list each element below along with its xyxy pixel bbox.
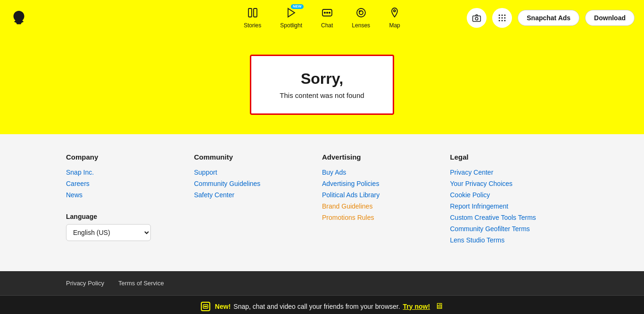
community-guidelines-link[interactable]: Community Guidelines xyxy=(194,180,322,187)
terms-of-service-link[interactable]: Terms of Service xyxy=(118,280,164,287)
advertising-title: Advertising xyxy=(322,153,450,161)
language-section: Language English (US) Español Français D… xyxy=(66,213,194,241)
map-icon xyxy=(389,7,400,20)
footer-columns: Company Snap Inc. Careers News Language … xyxy=(66,153,578,248)
footer-legal-col: Legal Privacy Center Your Privacy Choice… xyxy=(450,153,578,248)
buy-ads-link[interactable]: Buy Ads xyxy=(322,169,450,176)
snap-inc-link[interactable]: Snap Inc. xyxy=(66,169,194,176)
main-nav: Stories NEW Spotlight Chat xyxy=(244,7,400,29)
svg-point-5 xyxy=(326,12,327,13)
footer-advertising-col: Advertising Buy Ads Advertising Policies… xyxy=(322,153,450,248)
safety-center-link[interactable]: Safety Center xyxy=(194,191,322,199)
svg-point-4 xyxy=(324,12,325,13)
svg-point-6 xyxy=(329,12,330,13)
nav-lenses[interactable]: Lenses xyxy=(352,7,370,29)
community-title: Community xyxy=(194,153,322,161)
footer-links-section: Company Snap Inc. Careers News Language … xyxy=(0,134,644,271)
svg-point-21 xyxy=(504,20,506,21)
main-content: Sorry, This content was not found xyxy=(0,35,644,134)
privacy-center-link[interactable]: Privacy Center xyxy=(450,169,578,176)
nav-stories[interactable]: Stories xyxy=(244,7,261,29)
svg-point-15 xyxy=(504,14,506,16)
svg-point-10 xyxy=(394,10,396,12)
political-ads-link[interactable]: Political Ads Library xyxy=(322,191,450,199)
svg-point-19 xyxy=(499,20,500,21)
spotlight-icon: NEW xyxy=(286,7,297,20)
error-title: Sorry, xyxy=(280,70,364,88)
support-link[interactable]: Support xyxy=(194,169,322,176)
chat-label: Chat xyxy=(321,22,333,29)
nav-chat[interactable]: Chat xyxy=(321,7,333,29)
svg-point-9 xyxy=(359,11,360,12)
svg-rect-11 xyxy=(473,16,481,21)
company-title: Company xyxy=(66,153,194,161)
svg-point-20 xyxy=(502,20,503,21)
careers-link[interactable]: Careers xyxy=(66,180,194,187)
chat-icon xyxy=(322,7,333,20)
banner-message: Snap, chat and video call your friends f… xyxy=(233,303,400,310)
snapchat-logo[interactable] xyxy=(9,8,28,27)
lenses-label: Lenses xyxy=(352,22,370,29)
header-right: Snapchat Ads Download xyxy=(467,8,635,28)
lenses-icon xyxy=(355,7,367,20)
svg-point-25 xyxy=(206,306,207,307)
new-badge: NEW xyxy=(291,4,304,9)
camera-button[interactable] xyxy=(467,8,487,28)
lens-studio-terms-link[interactable]: Lens Studio Terms xyxy=(450,236,578,244)
stories-label: Stories xyxy=(244,22,261,29)
language-select[interactable]: English (US) Español Français Deutsch 日本… xyxy=(66,224,151,241)
svg-point-12 xyxy=(475,17,478,20)
brand-guidelines-link[interactable]: Brand Guidelines xyxy=(322,202,450,210)
svg-rect-1 xyxy=(254,8,257,17)
error-box: Sorry, This content was not found xyxy=(250,55,394,115)
svg-rect-0 xyxy=(248,8,252,17)
nav-spotlight[interactable]: NEW Spotlight xyxy=(280,7,302,29)
dark-footer: Privacy Policy Terms of Service xyxy=(0,271,644,295)
svg-point-18 xyxy=(504,17,506,18)
promotions-rules-link[interactable]: Promotions Rules xyxy=(322,214,450,221)
monitor-icon: 🖥 xyxy=(435,301,443,311)
legal-title: Legal xyxy=(450,153,578,161)
svg-marker-2 xyxy=(288,8,295,17)
spotlight-label: Spotlight xyxy=(280,22,302,29)
grid-button[interactable] xyxy=(492,8,512,28)
map-label: Map xyxy=(389,22,400,29)
community-geofilter-link[interactable]: Community Geofilter Terms xyxy=(450,225,578,233)
bottom-banner: New! Snap, chat and video call your frie… xyxy=(0,295,644,314)
new-badge-banner: New! xyxy=(215,303,231,310)
cookie-policy-link[interactable]: Cookie Policy xyxy=(450,191,578,199)
chat-box-icon xyxy=(201,302,210,311)
footer-community-col: Community Support Community Guidelines S… xyxy=(194,153,322,248)
footer-company-col: Company Snap Inc. Careers News Language … xyxy=(66,153,194,248)
svg-point-7 xyxy=(357,8,365,17)
report-infringement-link[interactable]: Report Infringement xyxy=(450,202,578,210)
language-label: Language xyxy=(66,213,194,220)
news-link[interactable]: News xyxy=(66,191,194,199)
svg-point-14 xyxy=(502,14,503,16)
try-now-link[interactable]: Try now! xyxy=(403,303,430,310)
custom-creative-tools-link[interactable]: Custom Creative Tools Terms xyxy=(450,214,578,221)
svg-point-16 xyxy=(499,17,500,18)
your-privacy-choices-link[interactable]: Your Privacy Choices xyxy=(450,180,578,187)
nav-map[interactable]: Map xyxy=(389,7,400,29)
download-button[interactable]: Download xyxy=(585,10,635,26)
advertising-policies-link[interactable]: Advertising Policies xyxy=(322,180,450,187)
privacy-policy-link[interactable]: Privacy Policy xyxy=(66,280,104,287)
svg-point-17 xyxy=(502,17,503,18)
error-subtitle: This content was not found xyxy=(280,91,364,99)
svg-point-13 xyxy=(499,14,500,16)
header: Stories NEW Spotlight Chat xyxy=(0,0,644,35)
snapchat-ads-button[interactable]: Snapchat Ads xyxy=(518,10,579,26)
stories-icon xyxy=(247,7,258,20)
